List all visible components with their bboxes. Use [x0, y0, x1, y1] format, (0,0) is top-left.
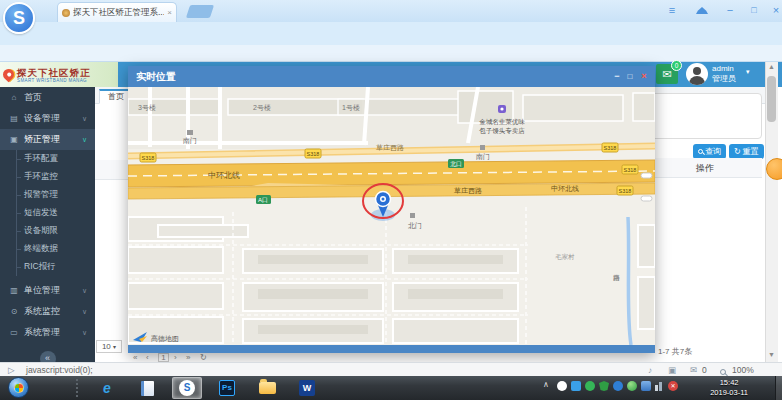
- building-label: 1号楼: [342, 104, 360, 112]
- app-logo: 探天下社区矫正 SMART WRISTBAND MANAG: [0, 62, 118, 87]
- scrollbar-thumb[interactable]: [767, 76, 776, 122]
- monitor-icon: ⊙: [9, 307, 19, 316]
- page-size-select[interactable]: 10 ▾: [96, 340, 122, 353]
- modal-footer: [128, 345, 655, 353]
- box-icon[interactable]: ▣: [668, 365, 676, 375]
- tray-blue-app-icon[interactable]: [571, 381, 581, 391]
- modal-close-icon[interactable]: ×: [638, 70, 650, 83]
- gate-label: 南门: [183, 137, 197, 144]
- road-label: 中环北线: [551, 185, 579, 193]
- notebook-icon: [141, 381, 154, 396]
- pager-next[interactable]: ›: [174, 353, 177, 362]
- sidebar-item-device-mgmt[interactable]: ▤设备管理∨: [0, 108, 95, 129]
- sidebar-item-terminal-data[interactable]: 终端数据: [0, 240, 95, 258]
- float-service-button[interactable]: [766, 158, 782, 180]
- scroll-down-icon[interactable]: ▼: [766, 351, 777, 358]
- username: admin: [712, 64, 734, 73]
- refresh-icon: ↻: [734, 147, 741, 156]
- message-count: 0: [702, 365, 707, 375]
- browser-tab[interactable]: 探天下社区矫正管理系... ×: [57, 2, 177, 22]
- clock-time: 15:42: [710, 378, 748, 388]
- network-bar-icon[interactable]: [659, 382, 662, 391]
- taskbar-item-ie[interactable]: e: [92, 377, 122, 399]
- gate-icon: [480, 145, 485, 150]
- tray-expand-icon[interactable]: ∧: [543, 380, 549, 389]
- sidebar-item-band-monitor[interactable]: 手环监控: [0, 168, 95, 186]
- svg-text:S318: S318: [619, 188, 632, 194]
- sidebar-item-band-config[interactable]: 手环配置: [0, 150, 95, 168]
- status-link-text: javascript:void(0);: [26, 365, 93, 375]
- pager-first[interactable]: «: [133, 353, 137, 362]
- modal-titlebar[interactable]: 实时位置 − □ ×: [128, 66, 655, 87]
- menu-icon[interactable]: ≡: [664, 3, 680, 17]
- tab-close-icon[interactable]: ×: [167, 8, 172, 17]
- browser-titlebar: S 探天下社区矫正管理系... × ≡ − □ ×: [0, 0, 782, 22]
- sidebar-item-home[interactable]: ⌂首页: [0, 87, 95, 108]
- tab-favicon: [62, 9, 70, 17]
- sidebar-item-sys-monitor[interactable]: ⊙系统监控∨: [0, 301, 95, 322]
- pager-last[interactable]: »: [186, 353, 190, 362]
- new-tab-button[interactable]: [186, 5, 214, 18]
- taskbar-item-sogou[interactable]: S: [172, 377, 202, 399]
- zoom-icon[interactable]: [720, 369, 726, 375]
- sidebar-item-unit-mgmt[interactable]: ▥单位管理∨: [0, 280, 95, 301]
- map-canvas[interactable]: 3号楼 2号楼 1号楼 金城名韭菜优味 包子馒头专卖店 南门 草庄西路 南: [128, 87, 655, 345]
- modal-title: 实时位置: [136, 71, 176, 82]
- network-bar-icon[interactable]: [655, 385, 658, 391]
- show-desktop-button[interactable]: [775, 376, 782, 400]
- search-icon: [698, 149, 703, 154]
- search-button[interactable]: 查询: [693, 144, 726, 159]
- user-dropdown-icon[interactable]: ▾: [746, 68, 750, 76]
- system-icon: ▭: [9, 328, 19, 337]
- tray-chat-ic[interactable]: [557, 381, 567, 391]
- taskbar-item-explorer[interactable]: [252, 377, 282, 399]
- sound-icon[interactable]: ♪: [648, 365, 652, 375]
- sidebar-item-sys-mgmt[interactable]: ▭系统管理∨: [0, 322, 95, 343]
- tray-orb-icon[interactable]: [627, 381, 637, 391]
- browser-toolbar: ← ↻ ↶ ▾ ⌂ ✓ http://www.36807196.com/logi…: [0, 22, 782, 45]
- sidebar-item-device-term[interactable]: 设备期限: [0, 222, 95, 240]
- window-close-button[interactable]: ×: [768, 3, 782, 17]
- avatar[interactable]: [686, 63, 708, 85]
- sidebar: ⌂首页 ▤设备管理∨ ▣矫正管理∨ 手环配置 手环监控 报警管理 短信发送 设备…: [0, 87, 95, 362]
- pager-prev[interactable]: ‹: [146, 353, 149, 362]
- scroll-up-icon[interactable]: ▲: [766, 63, 777, 70]
- road-label: 草庄西路: [454, 187, 482, 195]
- chevron-down-icon: ∨: [82, 329, 87, 337]
- logo-title: 探天下社区矫正: [17, 67, 91, 78]
- skin-hat-icon[interactable]: [696, 7, 708, 14]
- road-label: 草庄西路: [376, 144, 404, 152]
- gate-icon: [410, 213, 415, 218]
- road-label: 中环北线: [208, 171, 240, 180]
- start-button[interactable]: [8, 377, 29, 398]
- taskbar-item-wps[interactable]: W: [292, 377, 322, 399]
- sidebar-item-sms-send[interactable]: 短信发送: [0, 204, 95, 222]
- modal-restore-icon[interactable]: □: [624, 70, 636, 83]
- window-minimize-button[interactable]: −: [722, 3, 738, 17]
- tray-mute-icon[interactable]: ✕: [668, 381, 678, 391]
- tray-monitor-icon[interactable]: [641, 381, 651, 391]
- tray-browser-icon[interactable]: [613, 381, 623, 391]
- browser-statusbar: ▷ javascript:void(0); ♪ ▣ ✉ 0 100%: [0, 362, 782, 376]
- windows-flag-icon: [14, 383, 24, 393]
- tray-shield-icon[interactable]: [599, 381, 609, 391]
- sogou-menu-button[interactable]: S: [3, 2, 35, 34]
- message-icon[interactable]: ✉: [690, 365, 697, 375]
- sidebar-item-ric[interactable]: RIC报行: [0, 258, 95, 276]
- pager-current-page[interactable]: 1: [158, 353, 169, 362]
- logo-pin-icon: [1, 67, 17, 83]
- modal-minimize-icon[interactable]: −: [611, 70, 623, 83]
- pager-refresh[interactable]: ↻: [200, 353, 207, 362]
- reset-button[interactable]: ↻重置: [729, 144, 764, 159]
- tab-title: 探天下社区矫正管理系...: [73, 7, 164, 19]
- taskbar-clock[interactable]: 15:42 2019-03-11: [710, 378, 748, 398]
- sidebar-item-correction-mgmt[interactable]: ▣矫正管理∨: [0, 129, 95, 150]
- taskbar-item-notes[interactable]: [132, 377, 162, 399]
- mail-badge: 0: [671, 60, 682, 71]
- window-maximize-button[interactable]: □: [746, 3, 762, 17]
- poi-label: 金城名韭菜优味: [479, 118, 525, 126]
- sidebar-item-alarm-mgmt[interactable]: 报警管理: [0, 186, 95, 204]
- tray-green-app-icon[interactable]: [585, 381, 595, 391]
- gate-label: 南门: [476, 153, 490, 160]
- taskbar-item-photoshop[interactable]: Ps: [212, 377, 242, 399]
